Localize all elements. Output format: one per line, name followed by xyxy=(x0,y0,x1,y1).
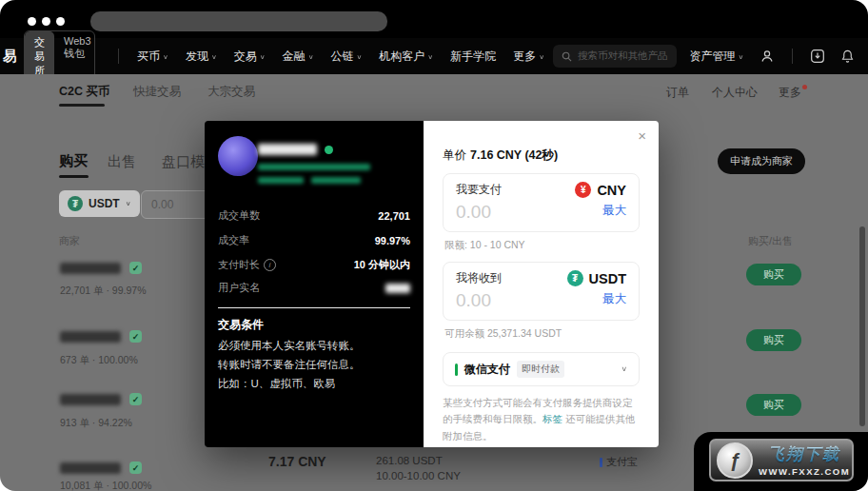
stat-row: 成交率 99.97% xyxy=(218,233,410,247)
row-amount: 261.08 USDT xyxy=(376,455,443,466)
chevron-down-icon: ∨ xyxy=(211,52,217,59)
balance-hint: 可用余额 25,371.34 USDT xyxy=(444,327,640,341)
close-icon[interactable]: × xyxy=(638,128,646,143)
watermark-title: 飞翔下载 xyxy=(768,443,840,465)
chevron-down-icon: ∨ xyxy=(539,52,544,59)
watermark-url: WWW.FXXZ.COM xyxy=(759,466,850,477)
app-window: 易 交易所 Web3 钱包 买币∨ 发现∨ 交易∨ 金融∨ 公链∨ 机构客户∨ … xyxy=(0,0,868,491)
search-input[interactable]: 搜索币对和其他产品 xyxy=(553,45,677,68)
nav-item-more[interactable]: 更多∨ xyxy=(513,49,544,65)
usdt-icon: ₮ xyxy=(567,270,583,286)
chevron-down-icon: ∨ xyxy=(427,52,433,59)
merchant-meta-blurred xyxy=(311,177,361,184)
stat-row: 用户实名 xyxy=(218,281,410,295)
merchant-stats: 10,081 单 · 100.00% xyxy=(60,480,151,491)
address-bar[interactable] xyxy=(90,11,387,31)
merchant-stats: 913 单 · 94.22% xyxy=(60,417,132,430)
buy-button[interactable]: 购买 xyxy=(746,264,801,285)
merchant-name-blurred[interactable] xyxy=(60,462,121,474)
receive-amount-placeholder: 0.00 xyxy=(456,290,502,311)
receive-input-box[interactable]: 我将收到 0.00 ₮ USDT 最大 xyxy=(443,262,640,321)
chevron-down-icon: ∨ xyxy=(126,200,131,206)
active-tab-underline xyxy=(59,104,105,107)
browser-titlebar xyxy=(0,0,868,38)
amount-placeholder: 0.00 xyxy=(151,198,173,211)
tag-link[interactable]: 标签 xyxy=(542,413,562,424)
window-dot-2[interactable] xyxy=(42,17,50,26)
merchant-name-blurred xyxy=(258,144,317,155)
fee-note: 某些支付方式可能会有支付服务提供商设定的手续费和每日限额。标签 还可能提供其他附… xyxy=(443,395,640,444)
limit-hint: 限额: 10 - 10 CNY xyxy=(444,239,640,252)
nav-item-buy-crypto[interactable]: 买币∨ xyxy=(137,49,168,65)
max-button[interactable]: 最大 xyxy=(567,291,626,307)
okx-logo[interactable]: 易 xyxy=(3,48,17,66)
buy-button[interactable]: 购买 xyxy=(746,329,801,351)
tab-block-trade[interactable]: 大宗交易 xyxy=(207,84,255,100)
alipay-bar-icon xyxy=(600,458,602,467)
nav-item-chain[interactable]: 公链∨ xyxy=(330,49,362,65)
nav-divider xyxy=(792,49,793,64)
chevron-down-icon: ∨ xyxy=(621,365,627,373)
active-tab-underline xyxy=(59,175,89,178)
merchant-name-blurred[interactable] xyxy=(60,331,121,343)
link-more[interactable]: 更多 xyxy=(779,85,807,101)
chevron-down-icon: ∨ xyxy=(308,52,314,59)
pay-currency-select[interactable]: ¥ CNY xyxy=(575,182,626,198)
nav-item-assets[interactable]: 资产管理∨ xyxy=(690,49,744,65)
search-placeholder: 搜索币对和其他产品 xyxy=(578,49,668,63)
conditions-title: 交易条件 xyxy=(218,317,264,333)
unit-price: 单价7.16 CNY (42秒) xyxy=(443,147,640,164)
link-orders[interactable]: 订单 xyxy=(666,85,689,101)
become-merchant-button[interactable]: 申请成为商家 xyxy=(718,148,805,174)
merchant-stats: 22,701 单 · 99.97% xyxy=(60,285,146,298)
nav-item-academy[interactable]: 新手学院 xyxy=(450,49,496,65)
tab-buy[interactable]: 购买 xyxy=(59,152,88,170)
column-header-merchant: 商家 xyxy=(59,234,80,248)
nav-item-finance[interactable]: 金融∨ xyxy=(283,49,314,65)
tab-express-trade[interactable]: 快捷交易 xyxy=(133,84,181,100)
notification-dot xyxy=(802,85,807,89)
nav-item-institutional[interactable]: 机构客户∨ xyxy=(379,49,433,65)
coin-select[interactable]: ₮ USDT ∨ xyxy=(59,190,140,217)
merchant-panel: 成交单数 22,701 成交率 99.97% 支付时长i 10 分钟以内 用户实… xyxy=(205,121,424,447)
search-icon xyxy=(562,51,572,62)
buy-button[interactable]: 购买 xyxy=(746,394,801,416)
max-button[interactable]: 最大 xyxy=(575,203,626,219)
tab-sell[interactable]: 出售 xyxy=(108,153,136,171)
notifications-bell-icon[interactable] xyxy=(840,49,855,64)
conditions-text: 必须使用本人实名账号转账。 转账时请不要备注任何信息。 比如：U、虚拟币、欧易 xyxy=(218,336,414,393)
merchant-name-blurred[interactable] xyxy=(60,263,121,274)
instant-payment-badge: 即时付款 xyxy=(517,361,564,378)
fxxz-logo-icon: ƒ xyxy=(717,442,753,479)
window-dot-1[interactable] xyxy=(28,17,36,26)
download-app-icon[interactable] xyxy=(810,49,825,64)
receive-label: 我将收到 xyxy=(456,270,502,286)
stat-row: 支付时长i 10 分钟以内 xyxy=(218,258,410,272)
chevron-down-icon: ∨ xyxy=(163,52,168,59)
pay-label: 我要支付 xyxy=(456,182,502,198)
window-dot-3[interactable] xyxy=(56,17,65,26)
info-icon[interactable]: i xyxy=(264,259,276,271)
watermark: ƒ 飞翔下载 WWW.FXXZ.COM xyxy=(694,432,868,491)
nav-divider xyxy=(118,49,119,64)
real-name-blurred xyxy=(385,284,410,293)
cny-icon: ¥ xyxy=(575,182,591,198)
verified-badge-icon: ✓ xyxy=(129,262,142,274)
watermark-badge: ƒ 飞翔下载 WWW.FXXZ.COM xyxy=(709,439,854,481)
tab-c2c-buy[interactable]: C2C 买币 xyxy=(59,84,109,100)
nav-item-discover[interactable]: 发现∨ xyxy=(186,49,217,65)
stat-row: 成交单数 22,701 xyxy=(218,208,410,223)
pay-input-box[interactable]: 我要支付 0.00 ¥ CNY 最大 xyxy=(443,173,640,232)
merchant-meta-blurred xyxy=(258,177,304,184)
receive-currency-select[interactable]: ₮ USDT xyxy=(567,270,626,286)
link-profile-center[interactable]: 个人中心 xyxy=(712,85,758,101)
page-scrollbar[interactable] xyxy=(859,226,865,426)
merchant-name-blurred[interactable] xyxy=(60,394,121,405)
wechat-pay-bar-icon xyxy=(455,363,458,376)
payment-method-select[interactable]: 微信支付 即时付款 ∨ xyxy=(443,352,640,386)
buy-usdt-modal: 成交单数 22,701 成交率 99.97% 支付时长i 10 分钟以内 用户实… xyxy=(205,121,659,447)
merchant-meta-blurred xyxy=(258,164,370,170)
nav-item-trade[interactable]: 交易∨ xyxy=(234,49,266,65)
profile-icon[interactable] xyxy=(760,49,775,64)
verified-badge-icon: ✓ xyxy=(129,462,142,474)
